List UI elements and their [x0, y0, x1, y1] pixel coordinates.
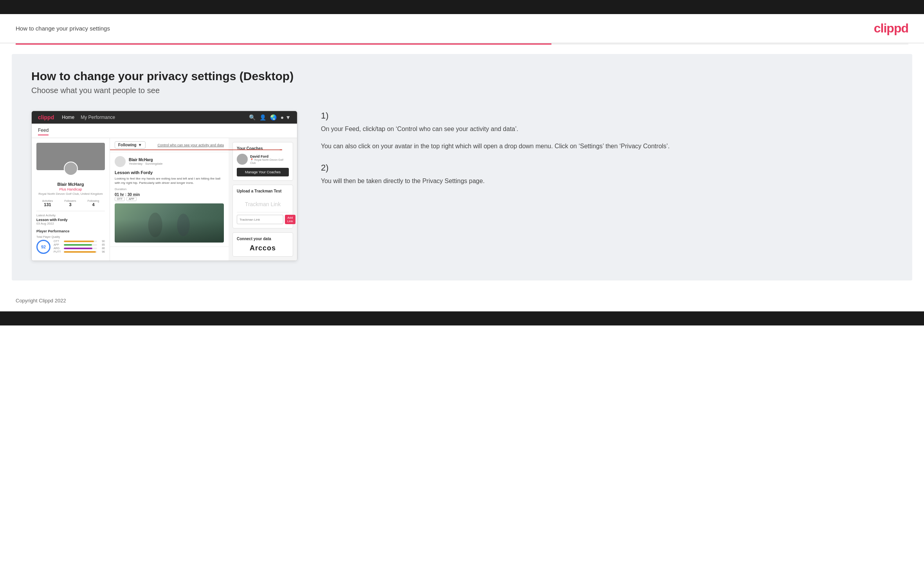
trackman-title: Upload a Trackman Test: [237, 189, 289, 193]
stat-followers-label: Followers: [65, 200, 76, 202]
tag-ott: OTT: [115, 197, 125, 201]
post-duration-label: Duration: [115, 187, 224, 191]
nav-link-performance[interactable]: My Performance: [81, 115, 115, 120]
control-link[interactable]: Control who can see your activity and da…: [157, 143, 224, 147]
tag-app: APP: [126, 197, 137, 201]
tpq-bar-fill-arg: [64, 248, 92, 249]
tpq-bar-app: APP85: [54, 243, 105, 246]
coaches-title: Your Coaches: [237, 146, 289, 151]
instruction-1: 1) On your Feed, click/tap on ‘Control w…: [321, 111, 893, 151]
profile-avatar: [64, 162, 78, 176]
main-subtitle: Choose what you want people to see: [31, 86, 893, 95]
user-icon[interactable]: 👤: [259, 114, 266, 120]
stat-followers: Followers 3: [65, 200, 76, 207]
tpq-bar-label-ott: OTT: [54, 240, 62, 243]
avatar-icon[interactable]: ● ▼: [281, 114, 291, 120]
profile-handicap: Plus Handicap: [36, 187, 105, 191]
tpq-bar-bg-putt: [64, 251, 97, 253]
tpq-bar-bg-arg: [64, 248, 97, 249]
trackman-input[interactable]: [237, 215, 283, 224]
tpq-bar-fill-ott: [64, 241, 94, 242]
coach-name: David Ford: [250, 155, 289, 158]
perf-title: Player Performance: [36, 229, 105, 233]
latest-activity-name: Lesson with Fordy: [36, 218, 105, 222]
right-panel: Your Coaches David Ford 📍 Royal North De…: [229, 138, 297, 261]
latest-activity-label: Latest Activity: [36, 214, 105, 217]
mock-browser: clippd Home My Performance 🔍 👤 🌏 ● ▼ Fee…: [31, 111, 297, 261]
header: How to change your privacy settings clip…: [0, 14, 924, 43]
post-username: Blair McHarg: [129, 158, 162, 162]
post-title: Lesson with Fordy: [115, 170, 224, 175]
content-row: clippd Home My Performance 🔍 👤 🌏 ● ▼ Fee…: [31, 111, 893, 261]
following-bar: Following ▼ Control who can see your act…: [110, 138, 229, 152]
post: Blair McHarg Yesterday · Sunningdale Les…: [110, 152, 229, 247]
stat-following-label: Following: [88, 200, 99, 202]
add-link-button[interactable]: Add Link: [285, 215, 295, 224]
profile-club: Royal North Devon Golf Club, United King…: [36, 192, 105, 196]
center-panel: Following ▼ Control who can see your act…: [110, 138, 229, 261]
browser-body: Blair McHarg Plus Handicap Royal North D…: [32, 138, 297, 261]
post-description: Looking to feel like my hands are exitin…: [115, 176, 224, 185]
tpq-bar-ott: OTT90: [54, 240, 105, 243]
following-button[interactable]: Following ▼: [115, 141, 146, 149]
post-user-info: Blair McHarg Yesterday · Sunningdale: [129, 158, 162, 165]
tpq-bar-val-app: 85: [99, 243, 105, 246]
pin-icon: 📍: [250, 158, 254, 161]
stat-activities: Activities 131: [42, 200, 53, 207]
tpq-bar-fill-app: [64, 244, 92, 246]
coach-club: 📍 Royal North Devon Golf Club: [250, 158, 289, 164]
left-panel: Blair McHarg Plus Handicap Royal North D…: [32, 138, 110, 261]
tpq-bar-val-ott: 90: [99, 240, 105, 243]
trackman-box: Upload a Trackman Test Trackman Link Add…: [232, 185, 293, 228]
tpq-bar-fill-putt: [64, 251, 96, 253]
feed-tab-bar: Feed: [32, 124, 297, 138]
post-image: [115, 203, 224, 243]
instruction-1-number: 1): [321, 111, 893, 121]
coach-info: David Ford 📍 Royal North Devon Golf Club: [250, 155, 289, 164]
logo: clippd: [874, 21, 908, 36]
golfer-silhouette: [126, 207, 213, 243]
profile-stats: Activities 131 Followers 3 Following 4: [36, 200, 105, 207]
following-label: Following: [118, 143, 137, 147]
browser-nav-links: Home My Performance: [62, 115, 115, 120]
tpq-bar-bg-ott: [64, 241, 97, 242]
coaches-box: Your Coaches David Ford 📍 Royal North De…: [232, 142, 293, 181]
top-bar: [0, 0, 924, 14]
tpq-bar-val-arg: 86: [99, 247, 105, 250]
trackman-link-display: Trackman Link: [237, 196, 289, 212]
tpq-row: 92 OTT90APP85ARG86PUTT96: [36, 240, 105, 254]
arccos-logo: Arccos: [237, 244, 289, 252]
page-title: How to change your privacy settings: [16, 25, 110, 32]
profile-header: [36, 143, 105, 170]
footer: Copyright Clippd 2022: [0, 290, 924, 311]
tpq-bar-label-app: APP: [54, 243, 62, 246]
connect-box: Connect your data Arccos: [232, 232, 293, 257]
main-title: How to change your privacy settings (Des…: [31, 70, 893, 83]
stat-activities-label: Activities: [42, 200, 53, 202]
feed-tab[interactable]: Feed: [38, 126, 49, 135]
tpq-bar-arg: ARG86: [54, 247, 105, 250]
latest-activity-date: 03 Aug 2022: [36, 222, 105, 225]
post-header: Blair McHarg Yesterday · Sunningdale: [115, 156, 224, 167]
tpq-circle: 92: [36, 240, 50, 254]
stat-following-value: 4: [88, 202, 99, 207]
tpq-bar-val-putt: 96: [99, 250, 105, 253]
tpq-bar-label-putt: PUTT: [54, 250, 62, 253]
stat-following: Following 4: [88, 200, 99, 207]
chevron-down-icon: ▼: [138, 143, 142, 147]
manage-coaches-button[interactable]: Manage Your Coaches: [237, 168, 289, 176]
tpq-bar-putt: PUTT96: [54, 250, 105, 253]
player-performance: Player Performance Total Player Quality …: [36, 229, 105, 254]
coach-avatar: [237, 154, 248, 165]
post-duration-value: 01 hr : 30 min: [115, 192, 224, 197]
divider: [36, 211, 105, 211]
profile-name: Blair McHarg: [36, 182, 105, 187]
search-icon[interactable]: 🔍: [249, 114, 256, 120]
tpq-bar-bg-app: [64, 244, 97, 246]
globe-icon[interactable]: 🌏: [270, 114, 277, 120]
coach-row: David Ford 📍 Royal North Devon Golf Club: [237, 154, 289, 165]
nav-link-home[interactable]: Home: [62, 115, 74, 120]
coach-club-text: Royal North Devon Golf Club: [250, 158, 283, 164]
instruction-1-text-2: You can also click on your avatar in the…: [321, 141, 893, 151]
instruction-2-text: You will then be taken directly to the P…: [321, 176, 893, 186]
